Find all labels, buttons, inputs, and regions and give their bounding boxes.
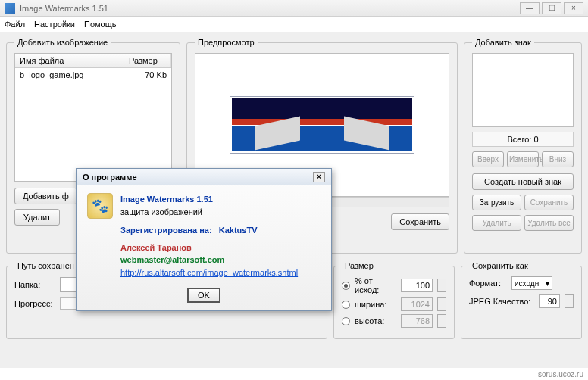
add-image-legend: Добавить изображение <box>14 38 111 47</box>
file-name-cell[interactable]: b_logo_game.jpg <box>15 68 124 82</box>
app-icon <box>5 3 15 14</box>
spin-icon[interactable] <box>437 297 446 311</box>
format-select[interactable]: исходн▾ <box>511 276 552 290</box>
save-as-group: Сохранить как Формат: исходн▾ JPEG Качес… <box>461 261 582 339</box>
about-author: Алексей Таранов <box>120 241 298 254</box>
col-header-name[interactable]: Имя файла <box>15 54 124 67</box>
file-size-cell: 70 Kb <box>124 68 171 82</box>
height-label: высота: <box>355 316 396 325</box>
add-mark-group: Добавить знак Всего: 0 Вверх Изменить Вн… <box>464 38 582 254</box>
minimize-icon[interactable]: — <box>520 2 540 14</box>
menu-file[interactable]: Файл <box>5 20 25 29</box>
paw-icon: 🐾 <box>87 193 113 219</box>
about-ok-button[interactable]: OK <box>187 288 220 303</box>
spin-icon[interactable] <box>565 294 574 308</box>
jpeg-quality-input[interactable] <box>539 294 560 308</box>
jpeg-quality-label: JPEG Качество: <box>469 297 534 306</box>
menu-settings[interactable]: Настройки <box>34 20 75 29</box>
add-mark-legend: Добавить знак <box>472 38 534 47</box>
radio-height[interactable] <box>342 317 350 325</box>
about-app-name: Image Watermarks 1.51 <box>120 193 298 206</box>
mark-edit-button[interactable]: Изменить <box>507 151 539 167</box>
spin-icon[interactable] <box>437 314 446 328</box>
mark-down-button[interactable]: Вниз <box>542 151 574 167</box>
save-path-legend: Путь сохранен <box>14 261 77 270</box>
size-legend: Размер <box>342 261 377 270</box>
window-titlebar: Image Watermarks 1.51 — ☐ × <box>0 0 588 17</box>
registered-label: Зарегистрирована на: <box>120 226 212 235</box>
delete-mark-button[interactable]: Удалить <box>472 215 521 231</box>
create-mark-button[interactable]: Создать новый знак <box>472 173 574 190</box>
page-watermark: sorus.ucoz.ru <box>538 370 583 378</box>
menubar: Файл Настройки Помощь <box>0 17 588 32</box>
radio-pct-src[interactable] <box>342 282 350 290</box>
add-file-button[interactable]: Добавить ф <box>14 188 77 204</box>
about-close-icon[interactable]: × <box>313 172 325 182</box>
height-input[interactable] <box>401 314 433 328</box>
size-group: Размер % от исход: ширина: высота: <box>333 261 455 339</box>
menu-help[interactable]: Помощь <box>84 20 117 29</box>
progress-label: Прогресс: <box>14 299 55 308</box>
col-header-size[interactable]: Размер <box>124 54 171 67</box>
registered-to: KaktusTV <box>219 226 258 235</box>
about-email[interactable]: webmaster@altarsoft.com <box>120 254 298 266</box>
mark-up-button[interactable]: Вверх <box>472 151 504 167</box>
preview-legend: Предпросмотр <box>195 38 258 47</box>
delete-all-marks-button[interactable]: Удалить все <box>524 215 574 231</box>
format-label: Формат: <box>469 279 507 288</box>
delete-file-button[interactable]: Удалит <box>14 209 60 226</box>
radio-width[interactable] <box>342 301 350 309</box>
window-title: Image Watermarks 1.51 <box>20 4 108 13</box>
width-label: ширина: <box>355 300 396 309</box>
width-input[interactable] <box>401 297 433 311</box>
about-title: О программе <box>83 173 137 182</box>
chevron-down-icon: ▾ <box>546 279 549 288</box>
maximize-icon[interactable]: ☐ <box>542 2 561 14</box>
pct-src-input[interactable] <box>401 279 433 292</box>
spin-icon[interactable] <box>437 279 446 292</box>
about-link[interactable]: http://rus.altarsoft.com/image_watermark… <box>120 266 298 279</box>
pct-src-label: % от исход: <box>355 276 396 294</box>
load-marks-button[interactable]: Загрузить <box>472 195 521 210</box>
save-as-legend: Сохранить как <box>469 261 531 270</box>
file-list[interactable]: Имя файла Размер b_logo_game.jpg 70 Kb <box>14 53 172 182</box>
about-dialog: О программе × 🐾 Image Watermarks 1.51 за… <box>76 168 332 311</box>
preview-image <box>232 98 412 151</box>
folder-label: Папка: <box>14 280 55 289</box>
mark-total: Всего: 0 <box>472 132 574 147</box>
mark-list[interactable] <box>472 53 574 127</box>
about-subtitle: защита изображений <box>120 206 298 219</box>
close-icon[interactable]: × <box>564 2 583 14</box>
save-marks-button[interactable]: Сохранить <box>524 195 574 210</box>
preview-save-button[interactable]: Сохранить <box>391 213 449 230</box>
table-row: b_logo_game.jpg 70 Kb <box>15 68 171 82</box>
